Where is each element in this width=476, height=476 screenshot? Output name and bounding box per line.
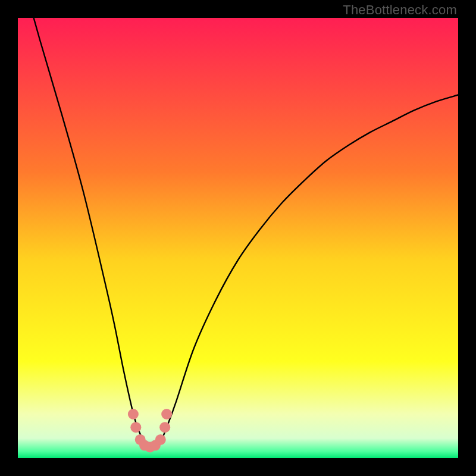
chart-frame [18, 18, 458, 458]
curve-marker [155, 434, 166, 445]
bottleneck-curve-chart [18, 18, 458, 458]
curve-marker [159, 422, 170, 433]
watermark-text: TheBottleneck.com [343, 2, 457, 18]
chart-background [18, 18, 458, 458]
curve-marker [130, 422, 141, 433]
curve-marker [128, 409, 139, 419]
curve-marker [161, 409, 172, 419]
